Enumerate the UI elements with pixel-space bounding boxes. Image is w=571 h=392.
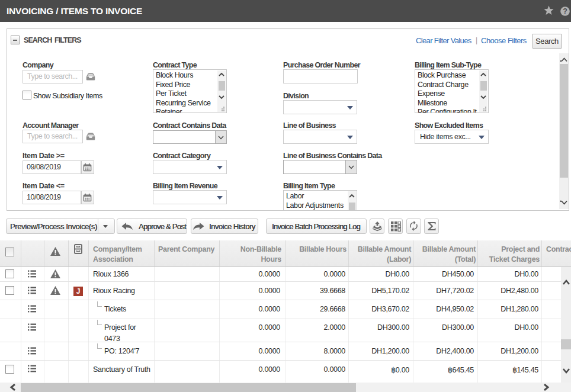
svg-text:?: ? [563, 7, 567, 15]
